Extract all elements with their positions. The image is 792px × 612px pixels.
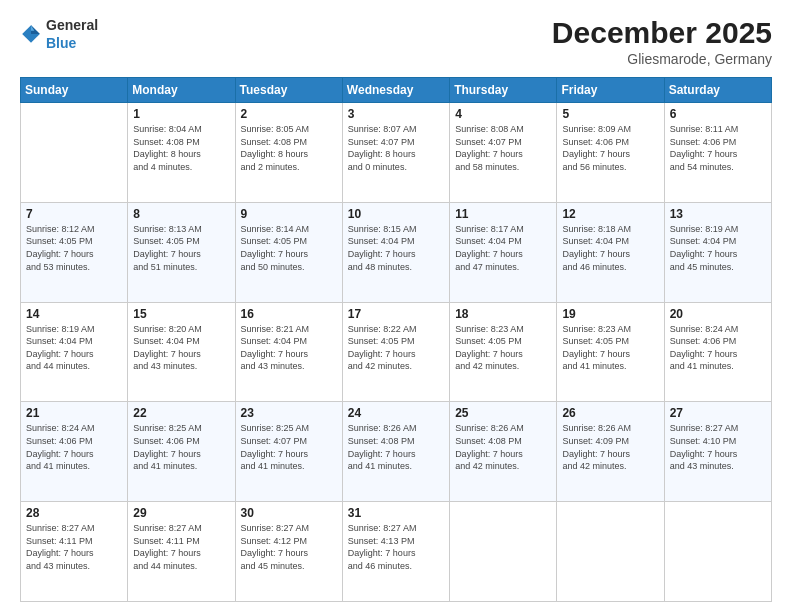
day-number: 25 [455,406,551,420]
weekday-header-wednesday: Wednesday [342,78,449,103]
day-number: 15 [133,307,229,321]
logo-blue: Blue [46,35,76,51]
logo-icon [20,23,42,45]
day-number: 16 [241,307,337,321]
calendar-cell: 7Sunrise: 8:12 AM Sunset: 4:05 PM Daylig… [21,202,128,302]
weekday-header-friday: Friday [557,78,664,103]
day-info: Sunrise: 8:25 AM Sunset: 4:06 PM Dayligh… [133,422,229,472]
calendar-cell: 31Sunrise: 8:27 AM Sunset: 4:13 PM Dayli… [342,502,449,602]
day-info: Sunrise: 8:27 AM Sunset: 4:11 PM Dayligh… [26,522,122,572]
calendar-cell: 23Sunrise: 8:25 AM Sunset: 4:07 PM Dayli… [235,402,342,502]
day-number: 30 [241,506,337,520]
calendar-cell: 22Sunrise: 8:25 AM Sunset: 4:06 PM Dayli… [128,402,235,502]
calendar-cell: 6Sunrise: 8:11 AM Sunset: 4:06 PM Daylig… [664,103,771,203]
week-row-1: 1Sunrise: 8:04 AM Sunset: 4:08 PM Daylig… [21,103,772,203]
week-row-5: 28Sunrise: 8:27 AM Sunset: 4:11 PM Dayli… [21,502,772,602]
calendar-cell: 21Sunrise: 8:24 AM Sunset: 4:06 PM Dayli… [21,402,128,502]
day-info: Sunrise: 8:11 AM Sunset: 4:06 PM Dayligh… [670,123,766,173]
day-number: 20 [670,307,766,321]
calendar-cell: 30Sunrise: 8:27 AM Sunset: 4:12 PM Dayli… [235,502,342,602]
calendar-cell [557,502,664,602]
day-number: 24 [348,406,444,420]
day-number: 26 [562,406,658,420]
weekday-header-thursday: Thursday [450,78,557,103]
weekday-header-monday: Monday [128,78,235,103]
weekday-header-saturday: Saturday [664,78,771,103]
day-info: Sunrise: 8:15 AM Sunset: 4:04 PM Dayligh… [348,223,444,273]
calendar-cell: 19Sunrise: 8:23 AM Sunset: 4:05 PM Dayli… [557,302,664,402]
day-info: Sunrise: 8:24 AM Sunset: 4:06 PM Dayligh… [670,323,766,373]
calendar-cell: 2Sunrise: 8:05 AM Sunset: 4:08 PM Daylig… [235,103,342,203]
calendar-subtitle: Gliesmarode, Germany [552,51,772,67]
day-number: 4 [455,107,551,121]
calendar-cell: 16Sunrise: 8:21 AM Sunset: 4:04 PM Dayli… [235,302,342,402]
day-number: 18 [455,307,551,321]
day-info: Sunrise: 8:14 AM Sunset: 4:05 PM Dayligh… [241,223,337,273]
calendar-cell: 4Sunrise: 8:08 AM Sunset: 4:07 PM Daylig… [450,103,557,203]
day-number: 27 [670,406,766,420]
logo: General Blue [20,16,98,52]
header: General Blue December 2025 Gliesmarode, … [20,16,772,67]
weekday-header-sunday: Sunday [21,78,128,103]
calendar-cell: 12Sunrise: 8:18 AM Sunset: 4:04 PM Dayli… [557,202,664,302]
calendar-cell: 25Sunrise: 8:26 AM Sunset: 4:08 PM Dayli… [450,402,557,502]
calendar-cell [664,502,771,602]
day-number: 19 [562,307,658,321]
week-row-4: 21Sunrise: 8:24 AM Sunset: 4:06 PM Dayli… [21,402,772,502]
day-info: Sunrise: 8:05 AM Sunset: 4:08 PM Dayligh… [241,123,337,173]
calendar-cell: 24Sunrise: 8:26 AM Sunset: 4:08 PM Dayli… [342,402,449,502]
calendar-table: SundayMondayTuesdayWednesdayThursdayFrid… [20,77,772,602]
day-number: 31 [348,506,444,520]
day-number: 29 [133,506,229,520]
calendar-title: December 2025 [552,16,772,49]
calendar-cell: 14Sunrise: 8:19 AM Sunset: 4:04 PM Dayli… [21,302,128,402]
weekday-header-tuesday: Tuesday [235,78,342,103]
day-info: Sunrise: 8:25 AM Sunset: 4:07 PM Dayligh… [241,422,337,472]
day-info: Sunrise: 8:13 AM Sunset: 4:05 PM Dayligh… [133,223,229,273]
page: General Blue December 2025 Gliesmarode, … [0,0,792,612]
day-number: 11 [455,207,551,221]
day-info: Sunrise: 8:23 AM Sunset: 4:05 PM Dayligh… [455,323,551,373]
calendar-cell: 20Sunrise: 8:24 AM Sunset: 4:06 PM Dayli… [664,302,771,402]
week-row-2: 7Sunrise: 8:12 AM Sunset: 4:05 PM Daylig… [21,202,772,302]
day-number: 1 [133,107,229,121]
calendar-cell: 18Sunrise: 8:23 AM Sunset: 4:05 PM Dayli… [450,302,557,402]
calendar-cell: 9Sunrise: 8:14 AM Sunset: 4:05 PM Daylig… [235,202,342,302]
day-info: Sunrise: 8:20 AM Sunset: 4:04 PM Dayligh… [133,323,229,373]
day-info: Sunrise: 8:04 AM Sunset: 4:08 PM Dayligh… [133,123,229,173]
calendar-cell [450,502,557,602]
logo-general: General [46,17,98,33]
day-number: 2 [241,107,337,121]
day-info: Sunrise: 8:12 AM Sunset: 4:05 PM Dayligh… [26,223,122,273]
weekday-header-row: SundayMondayTuesdayWednesdayThursdayFrid… [21,78,772,103]
day-info: Sunrise: 8:26 AM Sunset: 4:08 PM Dayligh… [455,422,551,472]
calendar-cell [21,103,128,203]
day-info: Sunrise: 8:27 AM Sunset: 4:13 PM Dayligh… [348,522,444,572]
day-info: Sunrise: 8:17 AM Sunset: 4:04 PM Dayligh… [455,223,551,273]
day-info: Sunrise: 8:21 AM Sunset: 4:04 PM Dayligh… [241,323,337,373]
calendar-cell: 10Sunrise: 8:15 AM Sunset: 4:04 PM Dayli… [342,202,449,302]
calendar-cell: 26Sunrise: 8:26 AM Sunset: 4:09 PM Dayli… [557,402,664,502]
logo-text: General Blue [46,16,98,52]
day-number: 5 [562,107,658,121]
day-number: 13 [670,207,766,221]
day-number: 22 [133,406,229,420]
calendar-cell: 11Sunrise: 8:17 AM Sunset: 4:04 PM Dayli… [450,202,557,302]
day-number: 3 [348,107,444,121]
day-number: 8 [133,207,229,221]
calendar-cell: 1Sunrise: 8:04 AM Sunset: 4:08 PM Daylig… [128,103,235,203]
day-number: 12 [562,207,658,221]
calendar-cell: 27Sunrise: 8:27 AM Sunset: 4:10 PM Dayli… [664,402,771,502]
day-number: 17 [348,307,444,321]
day-info: Sunrise: 8:09 AM Sunset: 4:06 PM Dayligh… [562,123,658,173]
calendar-cell: 5Sunrise: 8:09 AM Sunset: 4:06 PM Daylig… [557,103,664,203]
week-row-3: 14Sunrise: 8:19 AM Sunset: 4:04 PM Dayli… [21,302,772,402]
day-info: Sunrise: 8:23 AM Sunset: 4:05 PM Dayligh… [562,323,658,373]
title-block: December 2025 Gliesmarode, Germany [552,16,772,67]
day-info: Sunrise: 8:22 AM Sunset: 4:05 PM Dayligh… [348,323,444,373]
calendar-cell: 3Sunrise: 8:07 AM Sunset: 4:07 PM Daylig… [342,103,449,203]
day-info: Sunrise: 8:19 AM Sunset: 4:04 PM Dayligh… [26,323,122,373]
day-info: Sunrise: 8:19 AM Sunset: 4:04 PM Dayligh… [670,223,766,273]
day-number: 10 [348,207,444,221]
day-info: Sunrise: 8:27 AM Sunset: 4:12 PM Dayligh… [241,522,337,572]
